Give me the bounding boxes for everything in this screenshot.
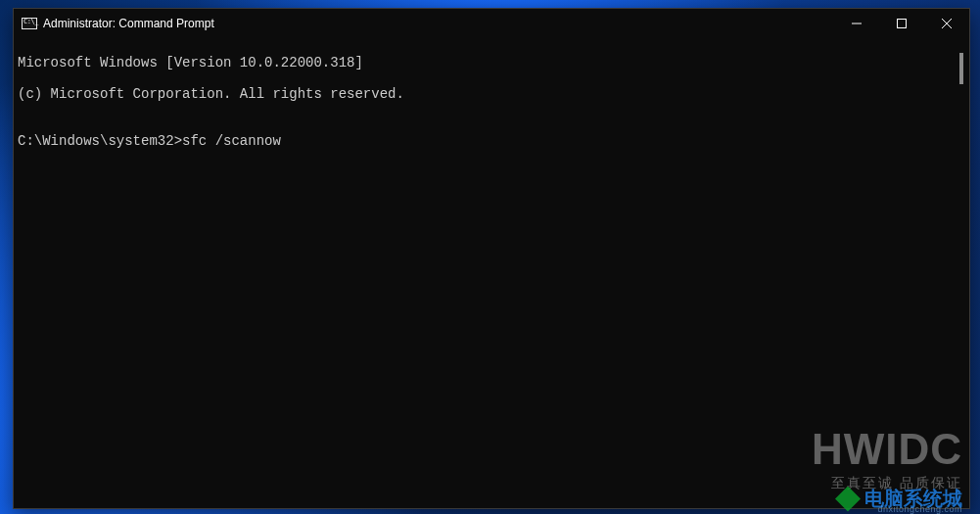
close-icon: [942, 19, 952, 28]
titlebar[interactable]: Administrator: Command Prompt: [14, 9, 969, 37]
prompt-line: C:\Windows\system32>sfc /scannow: [18, 133, 965, 149]
window-title: Administrator: Command Prompt: [43, 17, 214, 30]
maximize-icon: [897, 19, 907, 28]
prompt: C:\Windows\system32>: [18, 133, 182, 149]
svg-rect-1: [898, 19, 907, 27]
maximize-button[interactable]: [879, 9, 924, 37]
output-line: (c) Microsoft Corporation. All rights re…: [18, 86, 965, 102]
command-prompt-window: Administrator: Command Prompt Microsoft …: [13, 8, 970, 509]
minimize-button[interactable]: [834, 9, 879, 37]
minimize-icon: [852, 19, 862, 28]
close-button[interactable]: [924, 9, 969, 37]
typed-command: sfc /scannow: [182, 133, 281, 149]
cmd-icon: [22, 18, 37, 29]
output-line: Microsoft Windows [Version 10.0.22000.31…: [18, 55, 965, 70]
terminal-output[interactable]: Microsoft Windows [Version 10.0.22000.31…: [14, 37, 969, 508]
scrollbar-thumb[interactable]: [959, 53, 963, 84]
vertical-scrollbar[interactable]: [953, 37, 969, 508]
